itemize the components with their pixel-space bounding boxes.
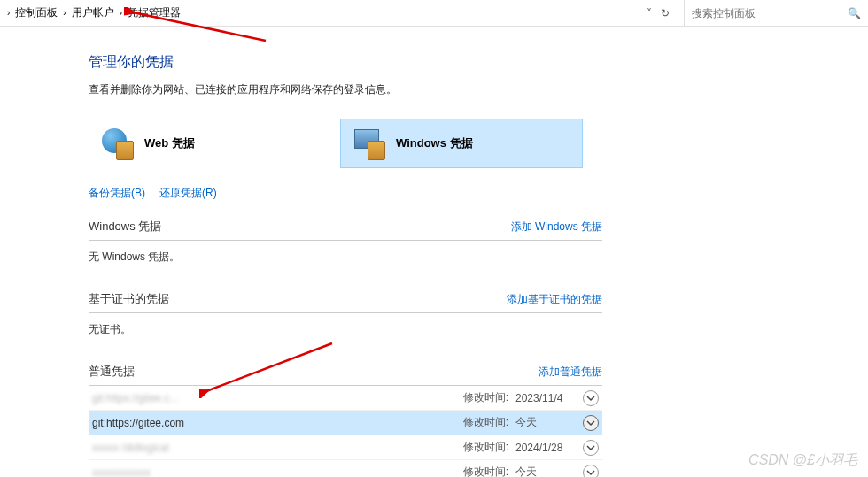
tab-windows-credentials[interactable]: Windows 凭据 <box>340 119 583 168</box>
add-cert-credential[interactable]: 添加基于证书的凭据 <box>507 292 602 307</box>
credential-name: git:https://gitee.c... <box>92 392 178 404</box>
section-title-cert: 基于证书的凭据 <box>89 291 169 307</box>
monitor-safe-icon <box>352 127 385 160</box>
credential-row[interactable]: xxxxxxxxxxx修改时间:今天 <box>89 460 602 477</box>
chevron-down-icon[interactable] <box>583 390 599 406</box>
credential-name: xxxxxxxxxxx <box>92 466 151 478</box>
section-title-generic: 普通凭据 <box>89 364 135 380</box>
section-empty-text: 无证书。 <box>89 313 602 346</box>
section-empty-text: 无 Windows 凭据。 <box>89 241 602 273</box>
dropdown-icon[interactable]: ˅ <box>647 7 652 19</box>
credential-row[interactable]: git:https://gitee.c...修改时间:2023/11/4 <box>89 386 602 411</box>
modified-label: 修改时间: <box>463 390 508 405</box>
page-title: 管理你的凭据 <box>89 53 602 72</box>
credential-name: git:https://gitee.com <box>92 417 184 429</box>
breadcrumb-item[interactable]: 用户帐户 <box>72 5 114 20</box>
modified-date: 2024/1/28 <box>515 442 576 454</box>
modified-label: 修改时间: <box>463 415 508 430</box>
chevron-down-icon[interactable] <box>583 465 599 478</box>
chevron-right-icon: › <box>120 8 122 18</box>
chevron-right-icon: › <box>63 8 66 18</box>
chevron-down-icon[interactable] <box>583 440 599 456</box>
tab-label: Windows 凭据 <box>396 135 473 151</box>
section-title-windows: Windows 凭据 <box>89 219 161 235</box>
backup-link[interactable]: 备份凭据(B) <box>89 186 145 201</box>
modified-date: 2023/11/4 <box>515 392 576 404</box>
add-generic-credential[interactable]: 添加普通凭据 <box>539 365 602 380</box>
refresh-icon[interactable]: ↻ <box>661 7 670 19</box>
credential-row[interactable]: xxxxx /didlogical修改时间:2024/1/28 <box>89 435 602 460</box>
credential-row[interactable]: git:https://gitee.com修改时间:今天 <box>89 411 602 435</box>
breadcrumb-item[interactable]: 控制面板 <box>15 5 58 20</box>
page-subtitle: 查看并删除你为网站、已连接的应用程序和网络保存的登录信息。 <box>89 82 602 97</box>
modified-label: 修改时间: <box>463 465 508 477</box>
chevron-down-icon[interactable] <box>583 415 599 431</box>
restore-link[interactable]: 还原凭据(R) <box>159 186 217 201</box>
breadcrumb[interactable]: › 控制面板 › 用户帐户 › 凭据管理器 <box>7 5 647 20</box>
credential-name: xxxxx /didlogical <box>92 442 169 454</box>
globe-safe-icon <box>100 127 134 160</box>
search-box[interactable]: 🔍 <box>684 0 861 26</box>
add-windows-credential[interactable]: 添加 Windows 凭据 <box>511 219 602 235</box>
search-input[interactable] <box>692 7 842 19</box>
modified-label: 修改时间: <box>463 440 508 455</box>
chevron-right-icon: › <box>7 8 10 18</box>
modified-date: 今天 <box>515 465 576 477</box>
tab-web-credentials[interactable]: Web 凭据 <box>89 119 331 168</box>
modified-date: 今天 <box>515 415 576 430</box>
search-icon[interactable]: 🔍 <box>848 7 861 19</box>
breadcrumb-item[interactable]: 凭据管理器 <box>128 5 181 20</box>
tab-label: Web 凭据 <box>144 135 195 151</box>
watermark: CSDN @£小羽毛 <box>748 451 857 470</box>
